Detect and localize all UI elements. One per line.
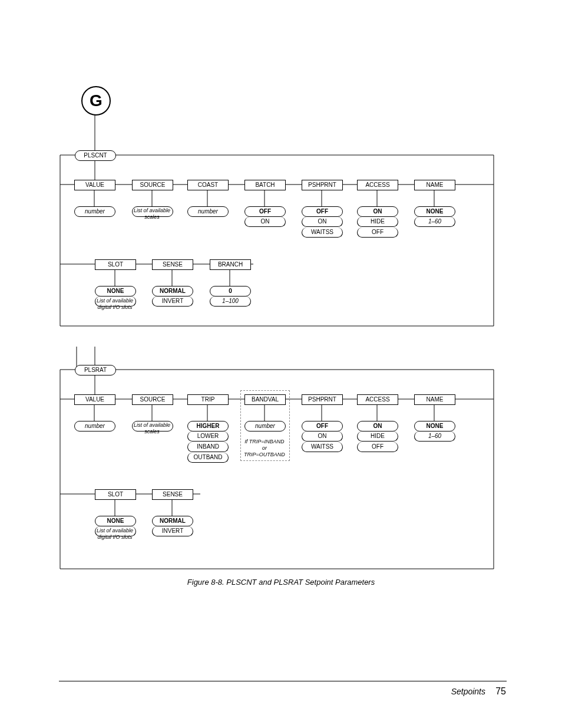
plscnt-access-opt1: HIDE [357, 217, 398, 227]
plscnt-access-opt0: ON [357, 206, 398, 217]
plscnt-batch-opt1: ON [244, 217, 286, 227]
plscnt-pshprnt-head: PSHPRNT [302, 180, 343, 190]
plsrat-source-head: SOURCE [132, 394, 173, 405]
note-line-3: TRIP=OUTBAND [244, 452, 285, 457]
plsrat-title: PLSRAT [75, 365, 116, 375]
plscnt-source-note: List of available scales [128, 207, 176, 220]
plsrat-name-opt1: 1–60 [414, 431, 455, 442]
plsrat-pshprnt-head: PSHPRNT [302, 394, 343, 405]
plscnt-name-head: NAME [414, 180, 455, 190]
plsrat-trip-opt3: OUTBAND [187, 453, 229, 463]
plsrat-sense-opt1: INVERT [152, 526, 193, 536]
plsrat-value-opt: number [74, 421, 115, 431]
plscnt-pshprnt-opt2: WAITSS [302, 228, 343, 238]
note-line-2: or [262, 445, 267, 451]
plscnt-sense-head: SENSE [152, 259, 193, 270]
plscnt-name-opt0: NONE [414, 206, 455, 217]
plsrat-value-head: VALUE [74, 394, 115, 405]
start-node: G [81, 86, 111, 116]
plsrat-bandval-opt: number [244, 421, 286, 431]
plscnt-slot-note: List of available digital I/O slots [91, 298, 139, 311]
plsrat-slot-head: SLOT [95, 489, 136, 500]
footer-section: Setpoints [451, 687, 485, 696]
plscnt-slot-opt0: NONE [95, 286, 136, 297]
plscnt-title: PLSCNT [75, 150, 116, 161]
plscnt-batch-opt0: OFF [244, 206, 286, 217]
plscnt-value-head: VALUE [74, 180, 115, 190]
plscnt-batch-head: BATCH [244, 180, 286, 190]
plscnt-pshprnt-opt1: ON [302, 217, 343, 227]
plsrat-pshprnt-opt2: WAITSS [302, 442, 343, 452]
footer-page: 75 [495, 686, 506, 697]
plsrat-trip-opt2: INBAND [187, 442, 229, 452]
plsrat-trip-opt0: HIGHER [187, 421, 229, 431]
plsrat-access-opt2: OFF [357, 442, 398, 452]
plscnt-slot-head: SLOT [95, 259, 136, 270]
plsrat-slot-opt0: NONE [95, 516, 136, 526]
plsrat-pshprnt-opt1: ON [302, 431, 343, 442]
plscnt-access-opt2: OFF [357, 228, 398, 238]
plscnt-branch-opt0: 0 [210, 286, 251, 297]
plscnt-source-head: SOURCE [132, 180, 173, 190]
plsrat-name-opt0: NONE [414, 421, 455, 431]
plsrat-trip-opt1: LOWER [187, 431, 229, 442]
start-label: G [90, 91, 103, 110]
plsrat-bandval-note: If TRIP=INBAND or TRIP=OUTBAND [240, 439, 289, 458]
footer-rule [59, 681, 507, 681]
plscnt-name-opt1: 1–60 [414, 217, 455, 227]
plscnt-sense-opt0: NORMAL [152, 286, 193, 297]
plscnt-branch-opt1: 1–100 [210, 297, 251, 307]
plscnt-pshprnt-opt0: OFF [302, 206, 343, 217]
plsrat-source-note: List of available scales [128, 422, 176, 435]
plscnt-coast-head: COAST [187, 180, 229, 190]
note-line-1: If TRIP=INBAND [244, 439, 284, 444]
plsrat-name-head: NAME [414, 394, 455, 405]
plsrat-access-opt1: HIDE [357, 431, 398, 442]
page: G PLSCNT VALUE SOURCE COAST BATCH PSHPRN… [0, 0, 562, 728]
plsrat-trip-head: TRIP [187, 394, 229, 405]
plsrat-slot-note: List of available digital I/O slots [91, 528, 139, 541]
plsrat-sense-head: SENSE [152, 489, 193, 500]
plsrat-sense-opt0: NORMAL [152, 516, 193, 526]
plsrat-pshprnt-opt0: OFF [302, 421, 343, 431]
figure-caption: Figure 8-8. PLSCNT and PLSRAT Setpoint P… [0, 578, 562, 587]
plsrat-access-opt0: ON [357, 421, 398, 431]
plscnt-sense-opt1: INVERT [152, 297, 193, 307]
plsrat-bandval-head: BANDVAL [244, 394, 286, 405]
plscnt-value-opt: number [74, 206, 115, 217]
plscnt-coast-opt: number [187, 206, 229, 217]
plscnt-branch-head: BRANCH [210, 259, 251, 270]
plscnt-access-head: ACCESS [357, 180, 398, 190]
plsrat-access-head: ACCESS [357, 394, 398, 405]
